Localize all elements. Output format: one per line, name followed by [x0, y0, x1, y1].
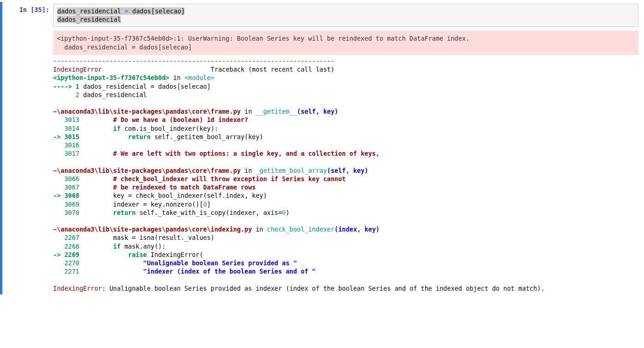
prompt-col: In [35]:: [2, 4, 53, 293]
warning-line: dados_residencial = dados[selecao]: [57, 43, 192, 51]
tb-exception-name: IndexingError: [53, 66, 102, 73]
cell-content: dados_residencial = dados[selecao] dados…: [53, 4, 638, 293]
input-prompt: In [35]:: [19, 6, 49, 13]
tb-file-path: ~\anaconda3\lib\site-packages\pandas\cor…: [53, 108, 241, 115]
tb-file-path: ~\anaconda3\lib\site-packages\pandas\cor…: [53, 167, 241, 174]
code-input[interactable]: dados_residencial = dados[selecao] dados…: [53, 4, 638, 27]
tb-file-path: ~\anaconda3\lib\site-packages\pandas\cor…: [53, 226, 252, 233]
traceback: ----------------------------------------…: [53, 55, 638, 293]
tb-sep: ----------------------------------------…: [53, 57, 335, 65]
tb-input-ref: <ipython-input-35-f7367c54eb0d>: [53, 74, 169, 81]
tb-final-exception: IndexingError: [53, 285, 102, 292]
warning-box: <ipython-input-35-f7367c54eb0d>:1: UserW…: [53, 31, 638, 55]
warning-line: <ipython-input-35-f7367c54eb0d>:1: UserW…: [57, 35, 469, 42]
tb-final-message: : Unalignable boolean Series provided as…: [102, 285, 545, 292]
notebook-cell: In [35]: dados_residencial = dados[selec…: [0, 2, 638, 294]
